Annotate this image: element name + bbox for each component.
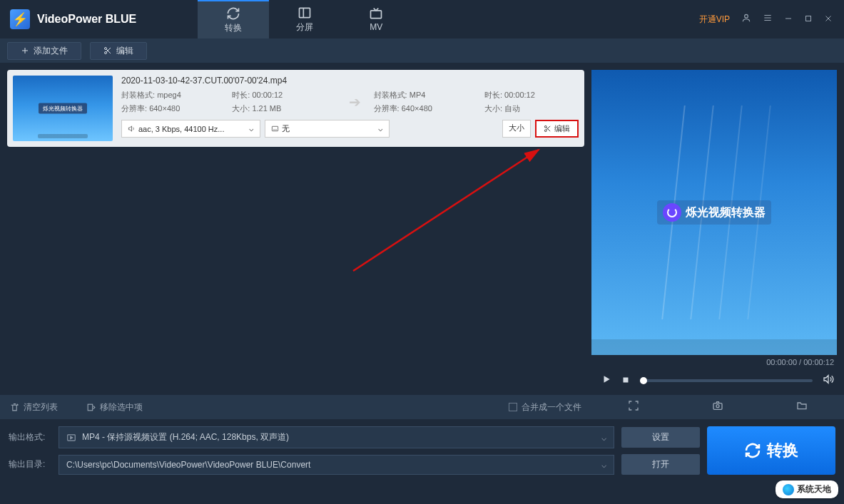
clear-icon xyxy=(10,403,19,412)
svg-point-5 xyxy=(105,52,107,54)
watermark-icon xyxy=(783,484,794,495)
annotation-arrow xyxy=(339,143,567,285)
preview-time: 00:00:00 / 00:00:12 xyxy=(591,355,844,366)
item-edit-button[interactable]: 编辑 xyxy=(535,120,579,138)
chevron-down-icon: ⌵ xyxy=(601,460,606,470)
progress-knob[interactable] xyxy=(640,377,647,384)
watermark-badge: 系统天地 xyxy=(776,480,838,498)
progress-slider[interactable] xyxy=(640,379,813,382)
chevron-down-icon: ⌵ xyxy=(601,433,606,443)
app-logo: VideoPower BLUE xyxy=(0,9,146,29)
svg-point-4 xyxy=(105,48,107,50)
checkbox-icon xyxy=(509,403,517,411)
snapshot-button[interactable] xyxy=(712,400,723,414)
thumb-taskbar xyxy=(38,134,88,138)
preview-video[interactable]: 烁光视频转换器 xyxy=(591,70,837,355)
svg-rect-0 xyxy=(300,8,310,17)
tab-convert[interactable]: 转换 xyxy=(198,0,269,38)
out-dir-label: 输出目录: xyxy=(9,458,51,470)
dst-size: 大小: 自动 xyxy=(484,103,579,114)
remove-selected-button[interactable]: 移除选中项 xyxy=(86,401,143,413)
preview-badge-icon xyxy=(663,203,681,222)
dst-res: 分辨率: 640×480 xyxy=(374,103,477,114)
convert-label: 转换 xyxy=(767,440,798,461)
add-file-label: 添加文件 xyxy=(34,45,68,57)
merge-checkbox[interactable]: 合并成一个文件 xyxy=(509,401,581,413)
minimize-icon[interactable] xyxy=(784,13,793,26)
refresh-icon xyxy=(226,6,240,21)
clear-list-button[interactable]: 清空列表 xyxy=(10,401,58,413)
audio-select-value: aac, 3 Kbps, 44100 Hz... xyxy=(138,125,224,133)
player-controls xyxy=(591,366,844,395)
src-format: 封装格式: mpeg4 xyxy=(121,90,225,101)
out-dir-value: C:\Users\pc\Documents\VideoPower\VideoPo… xyxy=(66,460,310,470)
preview-bg-decor xyxy=(673,134,837,319)
open-button[interactable]: 打开 xyxy=(621,454,700,475)
dst-duration: 时长: 00:00:12 xyxy=(484,90,579,101)
merge-label: 合并成一个文件 xyxy=(522,401,581,413)
file-item[interactable]: 烁光视频转换器 2020-11-03-10-42-37.CUT.00'07-00… xyxy=(7,70,584,147)
thumb-text: 烁光视频转换器 xyxy=(39,103,87,114)
subtitle-value: 无 xyxy=(282,123,290,134)
close-icon[interactable] xyxy=(824,13,833,26)
arrow-icon: ➔ xyxy=(343,93,367,110)
scissors-icon xyxy=(544,125,551,133)
file-name: 2020-11-03-10-42-37.CUT.00'07-00'24.mp4 xyxy=(121,76,579,86)
nav-tabs: 转换 分屏 MV xyxy=(198,0,412,38)
svg-point-2 xyxy=(745,14,748,18)
svg-line-10 xyxy=(353,150,539,271)
plus-icon xyxy=(21,46,29,55)
footer: 输出格式: MP4 - 保持源视频设置 (H.264; AAC, 128Kbps… xyxy=(0,419,844,482)
vip-link[interactable]: 开通VIP xyxy=(699,14,730,26)
subtitle-icon xyxy=(271,125,279,133)
convert-button[interactable]: 转换 xyxy=(707,426,835,475)
user-icon[interactable] xyxy=(741,13,751,26)
audio-track-select[interactable]: aac, 3 Kbps, 44100 Hz... ⌵ xyxy=(121,120,260,138)
watermark-text: 系统天地 xyxy=(797,483,831,495)
tab-convert-label: 转换 xyxy=(225,22,242,34)
out-dir-field[interactable]: C:\Users\pc\Documents\VideoPower\VideoPo… xyxy=(59,455,614,475)
src-res: 分辨率: 640×480 xyxy=(121,103,225,114)
title-bar: VideoPower BLUE 转换 分屏 MV 开通VIP xyxy=(0,0,844,38)
main-area: 烁光视频转换器 2020-11-03-10-42-37.CUT.00'07-00… xyxy=(0,63,844,419)
list-bottom-bar: 清空列表 移除选中项 合并成一个文件 xyxy=(0,395,591,419)
edit-button[interactable]: 编辑 xyxy=(90,42,147,60)
tab-mv[interactable]: MV xyxy=(340,0,412,38)
src-duration: 时长: 00:00:12 xyxy=(232,90,335,101)
src-size: 大小: 1.21 MB xyxy=(232,103,335,114)
out-format-select[interactable]: MP4 - 保持源视频设置 (H.264; AAC, 128Kbps, 双声道)… xyxy=(59,426,614,448)
clear-label: 清空列表 xyxy=(24,401,58,413)
refresh-icon xyxy=(744,442,761,459)
toolbar: 添加文件 编辑 xyxy=(0,38,844,63)
out-format-label: 输出格式: xyxy=(9,431,51,443)
tab-mv-label: MV xyxy=(370,22,382,32)
tv-icon xyxy=(369,6,383,21)
maximize-icon[interactable] xyxy=(804,13,813,26)
volume-button[interactable] xyxy=(823,374,834,388)
svg-rect-12 xyxy=(624,378,629,383)
folder-button[interactable] xyxy=(796,400,808,414)
logo-icon xyxy=(10,9,30,29)
file-thumbnail[interactable]: 烁光视频转换器 xyxy=(13,76,113,141)
chevron-down-icon: ⌵ xyxy=(378,124,383,133)
preview-badge: 烁光视频转换器 xyxy=(657,200,771,225)
remove-label: 移除选中项 xyxy=(100,401,143,413)
file-list-column: 烁光视频转换器 2020-11-03-10-42-37.CUT.00'07-00… xyxy=(0,63,591,419)
svg-rect-11 xyxy=(88,404,93,411)
preview-badge-text: 烁光视频转换器 xyxy=(686,205,766,220)
preview-taskbar xyxy=(591,339,837,355)
stop-button[interactable] xyxy=(621,374,630,387)
svg-point-14 xyxy=(716,405,719,408)
add-file-button[interactable]: 添加文件 xyxy=(7,42,81,60)
speaker-icon xyxy=(128,125,136,133)
svg-rect-3 xyxy=(806,16,811,21)
app-title: VideoPower BLUE xyxy=(37,13,136,26)
svg-point-8 xyxy=(544,130,546,132)
size-button[interactable]: 大小 xyxy=(502,120,531,138)
play-button[interactable] xyxy=(601,374,611,387)
tab-split[interactable]: 分屏 xyxy=(269,0,340,38)
menu-icon[interactable] xyxy=(763,13,773,26)
settings-button[interactable]: 设置 xyxy=(621,427,700,448)
subtitle-select[interactable]: 无 ⌵ xyxy=(265,120,390,138)
fullscreen-button[interactable] xyxy=(628,400,639,414)
